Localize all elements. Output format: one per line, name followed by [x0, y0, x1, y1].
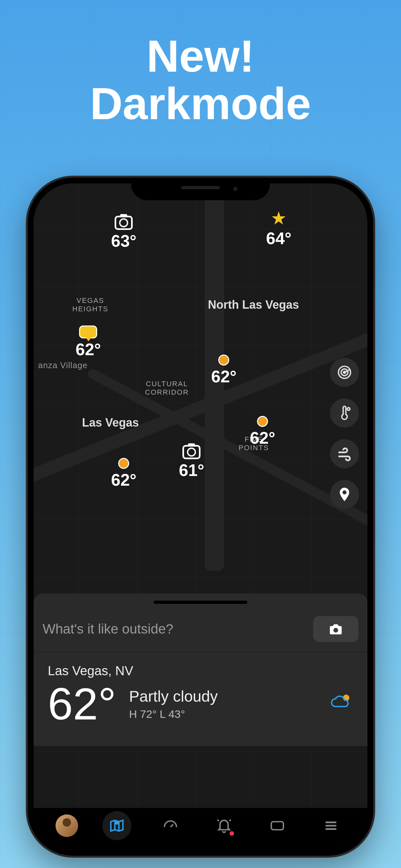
dot-icon [118, 458, 129, 469]
map-label-las-vegas: Las Vegas [82, 416, 139, 430]
map-pin-star[interactable]: ★ 64° [266, 209, 291, 248]
dot-icon [257, 416, 268, 427]
star-icon: ★ [271, 209, 287, 227]
camera-icon [115, 216, 133, 230]
svg-point-5 [116, 822, 118, 824]
menu-icon [323, 817, 339, 834]
map-side-controls [330, 358, 359, 509]
wind-button[interactable] [330, 439, 359, 468]
svg-rect-6 [272, 822, 284, 830]
phone-frame: VEGAS HEIGHTS North Las Vegas anza Villa… [28, 178, 373, 856]
tab-chat[interactable] [263, 811, 292, 840]
map-label-cultural-corridor: CULTURAL CORRIDOR [145, 380, 189, 397]
locate-button[interactable] [330, 480, 359, 509]
map-label-north-las-vegas: North Las Vegas [208, 298, 299, 312]
promo-line-2: Darkmode [90, 78, 311, 129]
svg-point-2 [343, 371, 345, 373]
tab-gauge[interactable] [156, 811, 185, 840]
camera-button[interactable] [313, 616, 359, 642]
pin-temp: 61° [179, 461, 204, 480]
map-view[interactable]: VEGAS HEIGHTS North Las Vegas anza Villa… [34, 183, 367, 850]
weather-card[interactable]: Las Vegas, NV 62° Partly cloudy H 72° L … [34, 652, 367, 746]
tab-map[interactable] [102, 811, 131, 840]
dot-icon [218, 354, 229, 366]
temperature-button[interactable] [330, 399, 359, 428]
location-label: Las Vegas, NV [48, 663, 353, 678]
promo-title: New! Darkmode [0, 32, 401, 127]
map-pin-dot-1[interactable]: 62° [211, 354, 237, 386]
phone-notch [131, 178, 270, 200]
promo-line-1: New! [147, 31, 254, 82]
map-pin-dot-2[interactable]: 62° [250, 416, 275, 447]
location-pin-icon [336, 486, 352, 502]
profile-avatar[interactable] [56, 814, 78, 837]
pin-temp: 64° [266, 228, 291, 248]
tab-bar [34, 808, 367, 850]
condition-label: Partly cloudy [129, 687, 318, 705]
svg-point-3 [347, 407, 350, 410]
gauge-icon [162, 817, 179, 834]
alert-badge [229, 831, 234, 836]
radar-icon [336, 364, 352, 380]
wind-icon [336, 445, 352, 462]
pin-temp: 62° [211, 367, 237, 386]
map-pin-camera-2[interactable]: 61° [179, 445, 204, 480]
map-label-anza-village: anza Village [38, 361, 88, 370]
chat-icon [269, 817, 285, 834]
bottom-sheet[interactable]: What's it like outside? Las Vegas, NV 62… [34, 593, 367, 746]
tab-alerts[interactable] [210, 811, 239, 840]
map-label-vegas-heights: VEGAS HEIGHTS [72, 297, 109, 313]
camera-icon [327, 622, 344, 636]
sheet-handle[interactable] [154, 600, 247, 604]
pin-temp: 63° [111, 231, 136, 251]
map-pin-speech[interactable]: 62° [75, 326, 101, 359]
report-input-row: What's it like outside? [34, 611, 367, 652]
map-pin-dot-3[interactable]: 62° [111, 458, 136, 490]
pin-temp: 62° [111, 470, 136, 490]
report-input[interactable]: What's it like outside? [42, 621, 307, 637]
camera-icon [182, 445, 201, 459]
thermometer-icon [336, 405, 352, 421]
map-pin-camera-1[interactable]: 63° [111, 216, 136, 251]
current-temp: 62° [48, 681, 116, 726]
partly-cloudy-icon [331, 692, 353, 716]
bell-icon [216, 817, 232, 834]
speech-icon [79, 326, 97, 338]
phone-screen: VEGAS HEIGHTS North Las Vegas anza Villa… [34, 183, 367, 850]
pin-temp: 62° [75, 340, 101, 359]
radar-button[interactable] [330, 358, 359, 387]
hi-lo-label: H 72° L 43° [129, 708, 318, 720]
tab-menu[interactable] [316, 811, 345, 840]
map-icon [109, 817, 125, 834]
pin-temp: 62° [250, 428, 275, 447]
